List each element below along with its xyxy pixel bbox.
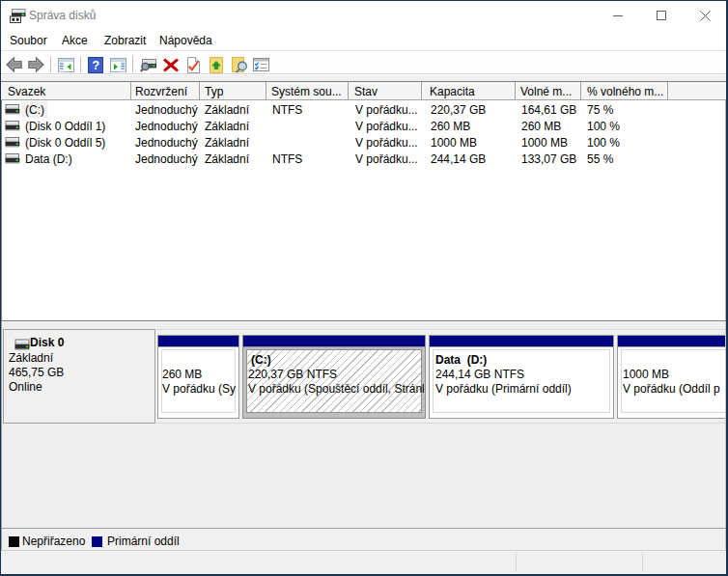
svg-text:?: ? <box>92 58 99 72</box>
